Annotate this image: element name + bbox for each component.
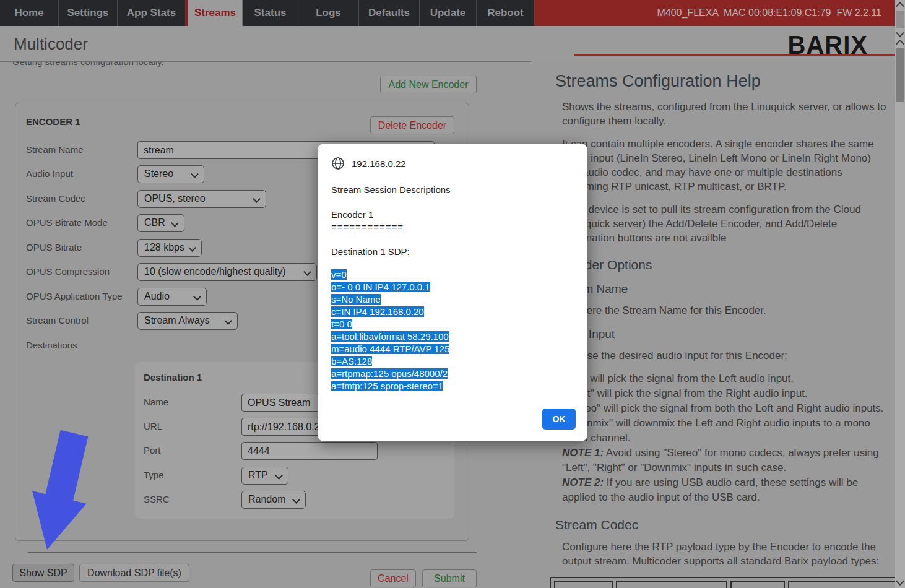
opus-application-type-value: Audio bbox=[144, 291, 170, 301]
destination-type-select[interactable]: RTP bbox=[241, 467, 288, 485]
help-heading-stream-codec: Stream Codec bbox=[555, 517, 886, 532]
nav-tab-update[interactable]: Update bbox=[420, 0, 477, 26]
help-paragraph: Choose the desired audio input for this … bbox=[555, 348, 886, 363]
sdp-line: m=audio 4444 RTP/AVP 125 bbox=[331, 343, 449, 355]
table-header-payload-type: Payload Type bbox=[730, 581, 785, 588]
nav-tab-settings[interactable]: Settings bbox=[59, 0, 118, 26]
opus-bitrate-mode-select[interactable]: CBR bbox=[137, 214, 184, 232]
note-1-label: NOTE 1: bbox=[562, 447, 604, 459]
help-heading-audio-input: Audio Input bbox=[555, 327, 886, 341]
destination-1-title: Destination 1 bbox=[144, 372, 202, 383]
opus-compression-label: OPUS Compression bbox=[26, 266, 110, 277]
dialog-separator: ============ bbox=[331, 222, 404, 232]
help-audio-option-downmix: "Downmix" will downmix the Left and Righ… bbox=[555, 416, 886, 446]
help-scroll-up-icon[interactable] bbox=[896, 40, 904, 48]
cancel-button[interactable]: Cancel bbox=[370, 569, 416, 587]
help-scroll-down-icon[interactable] bbox=[896, 577, 904, 586]
nav-tab-status[interactable]: Status bbox=[243, 0, 298, 26]
chevron-down-icon bbox=[188, 244, 196, 252]
nav-tab-defaults[interactable]: Defaults bbox=[359, 0, 420, 26]
add-new-encoder-button[interactable]: Add New Encoder bbox=[380, 76, 477, 93]
destination-port-label: Port bbox=[144, 445, 161, 456]
ok-button[interactable]: OK bbox=[542, 409, 576, 430]
audio-input-select[interactable]: Stereo bbox=[137, 165, 204, 183]
nav-tab-logs[interactable]: Logs bbox=[298, 0, 359, 26]
download-sdp-button[interactable]: Download SDP file(s) bbox=[79, 564, 189, 582]
note-2-label: NOTE 2: bbox=[562, 477, 604, 488]
sdp-line-text: a=fmtp:125 sprop-stereo=1 bbox=[331, 381, 443, 391]
opus-compression-value: 10 (slow encode/highest quality) bbox=[144, 266, 286, 277]
destination-ssrc-select[interactable]: Random bbox=[241, 491, 306, 509]
device-info-bar: M400_FLEXA MAC 00:08:E1:09:C1:79 FW 2.2.… bbox=[535, 0, 905, 26]
sdp-line: c=IN IP4 192.168.0.20 bbox=[331, 306, 449, 318]
sdp-line: a=fmtp:125 sprop-stereo=1 bbox=[331, 380, 449, 392]
help-paragraph: Shows the streams, configured from the L… bbox=[555, 100, 886, 128]
scroll-up-icon[interactable] bbox=[896, 2, 904, 11]
opus-application-type-label: OPUS Application Type bbox=[26, 291, 123, 301]
sdp-line-text: t=0 0 bbox=[331, 319, 352, 329]
sdp-text-selected: v=0 o=- 0 0 IN IP4 127.0.0.1 s=No Name c… bbox=[331, 269, 449, 392]
scrollbar-thumb[interactable] bbox=[896, 11, 904, 28]
page: Home Settings App Stats Streams Status L… bbox=[0, 0, 905, 588]
sdp-line-text: a=rtpmap:125 opus/48000/2 bbox=[331, 368, 448, 379]
stream-codec-select[interactable]: OPUS, stereo bbox=[137, 190, 266, 208]
sdp-line: b=AS:128 bbox=[331, 355, 449, 368]
chevron-down-icon bbox=[171, 219, 179, 227]
help-heading-stream-name: Stream Name bbox=[555, 282, 886, 296]
help-note-2: NOTE 2: If you are using USB audio card,… bbox=[555, 475, 886, 505]
help-audio-option-right: "Right" will pick the signal from the Ri… bbox=[555, 386, 886, 401]
opus-compression-select[interactable]: 10 (slow encode/highest quality) bbox=[137, 263, 317, 281]
stream-control-value: Stream Always bbox=[144, 315, 210, 326]
encoder-1-title: ENCODER 1 bbox=[26, 116, 80, 127]
table-header-description: Description bbox=[788, 581, 895, 588]
destination-name-label: Name bbox=[144, 397, 168, 407]
opus-bitrate-mode-label: OPUS Bitrate Mode bbox=[26, 217, 108, 228]
help-audio-option-left: "Left" will pick the signal from the Lef… bbox=[555, 371, 886, 386]
help-scrollbar-thumb[interactable] bbox=[896, 48, 904, 102]
page-scrollbar[interactable] bbox=[895, 0, 905, 588]
delete-encoder-button[interactable]: Delete Encoder bbox=[370, 116, 454, 134]
nav-tab-app-stats[interactable]: App Stats bbox=[118, 0, 186, 26]
help-heading-encoder-options: Encoder Options bbox=[555, 257, 886, 272]
sdp-line: t=0 0 bbox=[331, 318, 449, 331]
chevron-down-icon bbox=[193, 293, 201, 301]
nav-tab-home[interactable]: Home bbox=[0, 0, 59, 26]
destination-port-input[interactable] bbox=[241, 442, 378, 460]
help-note-1: NOTE 1: Avoid using "Stereo" for mono co… bbox=[555, 446, 886, 475]
sdp-line-text: m=audio 4444 RTP/AVP 125 bbox=[331, 344, 449, 354]
dialog-encoder-line: Encoder 1 bbox=[331, 209, 373, 220]
nav-tab-reboot[interactable]: Reboot bbox=[477, 0, 535, 26]
status-text: Getting streams configuration locally. bbox=[12, 62, 164, 67]
destinations-label: Destinations bbox=[26, 340, 77, 350]
sdp-line: o=- 0 0 IN IP4 127.0.0.1 bbox=[331, 281, 449, 293]
stream-control-select[interactable]: Stream Always bbox=[137, 312, 238, 330]
page-title: Multicoder bbox=[14, 35, 88, 54]
sdp-line: a=tool:libavformat 58.29.100 bbox=[331, 331, 449, 343]
stream-codec-value: OPUS, stereo bbox=[144, 193, 206, 204]
nav-tab-streams[interactable]: Streams bbox=[186, 0, 243, 26]
table-header-description: Description bbox=[616, 581, 727, 588]
help-paragraph: If the device is set to pull its stream … bbox=[555, 202, 886, 245]
submit-button[interactable]: Submit bbox=[422, 569, 477, 587]
audio-input-label: Audio Input bbox=[26, 168, 73, 179]
scroll-down-icon[interactable] bbox=[896, 28, 904, 37]
note-2-text: If you are using USB audio card, these s… bbox=[562, 477, 858, 503]
opus-bitrate-select[interactable]: 128 kbps bbox=[137, 239, 202, 257]
chevron-down-icon bbox=[224, 317, 232, 325]
opus-bitrate-mode-value: CBR bbox=[144, 217, 165, 228]
show-sdp-button[interactable]: Show SDP bbox=[12, 564, 74, 582]
chevron-down-icon bbox=[303, 268, 311, 276]
dialog-origin: 192.168.0.22 bbox=[352, 158, 406, 169]
opus-bitrate-label: OPUS Bitrate bbox=[26, 242, 82, 253]
help-panel: Streams Configuration Help Shows the str… bbox=[542, 56, 895, 588]
actions-divider bbox=[28, 552, 477, 553]
opus-application-type-select[interactable]: Audio bbox=[137, 288, 207, 306]
chevron-down-icon bbox=[253, 195, 261, 203]
help-paragraph: Configure here the RTP payload type by t… bbox=[555, 540, 886, 568]
table-header-payload-type: Payload Type bbox=[554, 581, 613, 588]
audio-input-value: Stereo bbox=[144, 168, 173, 179]
sdp-line-text: s=No Name bbox=[331, 294, 381, 305]
note-1-text: Avoid using "Stereo" for mono codecs, al… bbox=[562, 447, 879, 473]
device-info-text: M400_FLEXA MAC 00:08:E1:09:C1:79 FW 2.2.… bbox=[657, 7, 881, 19]
sdp-line: a=rtpmap:125 opus/48000/2 bbox=[331, 368, 449, 380]
